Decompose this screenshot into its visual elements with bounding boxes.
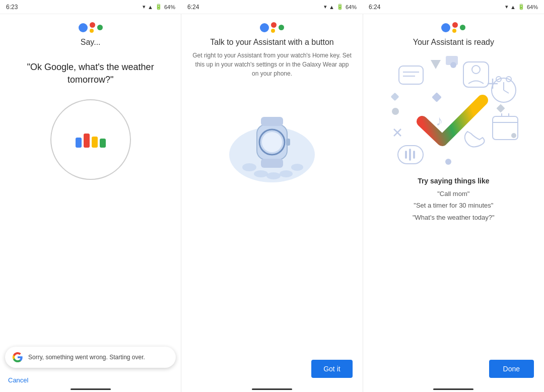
svg-point-7 — [242, 163, 256, 171]
svg-rect-22 — [391, 93, 399, 101]
svg-rect-37 — [409, 149, 411, 161]
svg-marker-15 — [431, 60, 441, 69]
assistant-logo-3 — [441, 22, 465, 33]
battery-pct-3: 64% — [527, 4, 538, 10]
dot-green-3 — [460, 25, 465, 30]
svg-point-42 — [511, 133, 516, 138]
bar-green — [100, 139, 106, 148]
watch-illustration — [217, 89, 327, 190]
svg-rect-4 — [286, 139, 290, 146]
svg-line-26 — [504, 90, 509, 93]
svg-point-39 — [450, 62, 456, 68]
cancel-button[interactable]: Cancel — [8, 376, 28, 384]
svg-rect-12 — [399, 66, 423, 84]
panel-title-2: Talk to your Assistant with a button — [210, 38, 333, 47]
svg-rect-36 — [405, 151, 407, 159]
dot-blue-2 — [260, 23, 269, 32]
main-content: Say... "Ok Google, what's the weather to… — [0, 14, 544, 392]
bar-red — [84, 134, 90, 148]
svg-text:♪: ♪ — [436, 113, 443, 128]
signal-icon: ▲ — [148, 4, 153, 10]
dot-blue-3 — [441, 23, 450, 32]
ok-google-quote: "Ok Google, what's the weather tomorrow?… — [10, 61, 171, 86]
bar-yellow — [92, 137, 98, 148]
dot-green-2 — [279, 25, 284, 30]
status-panel-3: 6:24 ▾ ▲ 🔋 64% — [363, 0, 544, 14]
battery-icon-2: 🔋 — [336, 4, 344, 10]
dot-yellow-1 — [90, 29, 94, 33]
status-icons-2: ▾ ▲ 🔋 64% — [324, 4, 357, 10]
suggestion-item: "What's the weather today?" — [413, 212, 495, 223]
listening-circle — [50, 99, 131, 180]
ready-illustration: ♪ — [383, 51, 524, 172]
error-message: Sorry, something went wrong. Starting ov… — [28, 354, 145, 361]
panel-title-3: Your Assistant is ready — [413, 38, 494, 47]
panel-button: Talk to your Assistant with a button Get… — [181, 14, 363, 392]
svg-point-10 — [280, 170, 293, 177]
status-bar: 6:23 ▾ ▲ 🔋 64% 6:24 ▾ ▲ 🔋 64% 6:24 ▾ ▲ 🔋… — [0, 0, 544, 14]
nav-bar-1 — [71, 388, 111, 390]
svg-rect-5 — [261, 117, 283, 126]
bar-blue — [76, 138, 82, 148]
panel-say: Say... "Ok Google, what's the weather to… — [0, 14, 181, 392]
nav-bar-2 — [252, 388, 292, 390]
status-panel-1: 6:23 ▾ ▲ 🔋 64% — [0, 0, 181, 14]
watch-svg — [217, 89, 327, 190]
svg-point-8 — [254, 170, 268, 177]
suggestion-item: "Call mom" — [413, 188, 495, 200]
svg-rect-21 — [432, 92, 442, 102]
signal-icon-2: ▲ — [329, 4, 334, 10]
time-2: 6:24 — [187, 4, 199, 11]
battery-pct-2: 64% — [346, 4, 357, 10]
svg-point-9 — [266, 172, 281, 179]
svg-point-40 — [392, 108, 399, 115]
panel-title-1: Say... — [81, 38, 101, 47]
battery-pct-1: 64% — [164, 4, 175, 10]
svg-rect-6 — [261, 159, 283, 168]
svg-rect-38 — [413, 151, 415, 159]
dot-yellow-2 — [271, 29, 275, 33]
battery-icon-1: 🔋 — [155, 4, 162, 10]
status-icons-1: ▾ ▲ 🔋 64% — [143, 4, 175, 10]
dot-red-2 — [271, 22, 277, 28]
nav-bar-3 — [433, 388, 473, 390]
time-3: 6:24 — [369, 4, 380, 11]
svg-point-3 — [262, 132, 282, 152]
dot-red-1 — [90, 22, 95, 28]
suggestion-item: "Set a timer for 30 minutes" — [413, 200, 495, 211]
try-saying-label: Try saying things like — [418, 177, 489, 185]
suggestions: "Call mom""Set a timer for 30 minutes""W… — [413, 188, 495, 223]
wifi-icon: ▾ — [143, 4, 146, 10]
assistant-logo-1 — [79, 22, 103, 33]
svg-point-18 — [472, 66, 480, 74]
svg-point-41 — [445, 159, 451, 165]
time-1: 6:23 — [6, 4, 18, 11]
panel-ready: Your Assistant is ready — [363, 14, 544, 392]
dot-blue-1 — [79, 23, 88, 32]
dot-green-1 — [97, 25, 103, 30]
google-g-icon — [12, 352, 23, 363]
wifi-icon-2: ▾ — [324, 4, 327, 10]
wifi-icon-3: ▾ — [505, 4, 508, 10]
svg-point-11 — [291, 164, 303, 171]
battery-icon-3: 🔋 — [518, 4, 525, 10]
assistant-logo-2 — [260, 22, 284, 33]
panel-subtitle-2: Get right to your Assistant from your wa… — [191, 51, 352, 78]
error-toast: Sorry, something went wrong. Starting ov… — [5, 347, 176, 368]
dot-yellow-3 — [452, 29, 456, 33]
dot-red-3 — [452, 22, 458, 28]
got-it-button[interactable]: Got it — [311, 360, 352, 378]
svg-rect-43 — [497, 104, 505, 113]
status-icons-3: ▾ ▲ 🔋 64% — [505, 4, 538, 10]
ready-svg: ♪ — [383, 51, 524, 172]
sound-bars — [76, 132, 106, 148]
done-button[interactable]: Done — [489, 360, 534, 378]
status-panel-2: 6:24 ▾ ▲ 🔋 64% — [181, 0, 363, 14]
signal-icon-3: ▲ — [510, 4, 516, 10]
